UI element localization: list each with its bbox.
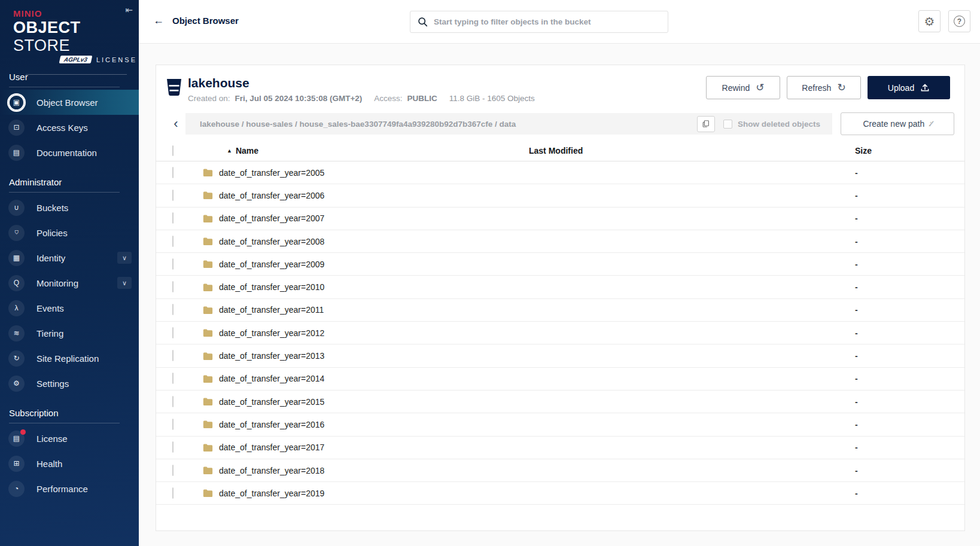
folder-icon (203, 283, 213, 292)
sidebar-item-events[interactable]: λEvents (0, 295, 139, 321)
search-input[interactable] (434, 17, 661, 26)
folder-link[interactable]: date_of_transfer_year=2007 (190, 213, 529, 223)
upload-button[interactable]: Upload (868, 76, 950, 99)
rewind-icon: ↺ (756, 81, 764, 94)
row-checkbox[interactable] (172, 465, 174, 476)
folder-link[interactable]: date_of_transfer_year=2011 (190, 305, 529, 315)
topbar: ← Object Browser ⚙ ? (139, 0, 980, 44)
table-row[interactable]: date_of_transfer_year=2011- (156, 299, 964, 322)
sidebar-item-documentation[interactable]: ▤Documentation (0, 140, 139, 165)
table-row[interactable]: date_of_transfer_year=2017- (156, 437, 964, 459)
folder-link[interactable]: date_of_transfer_year=2016 (190, 420, 529, 429)
table-row[interactable]: date_of_transfer_year=2009- (156, 253, 964, 276)
folder-link[interactable]: date_of_transfer_year=2019 (190, 489, 529, 498)
row-checkbox[interactable] (172, 327, 174, 338)
table-row[interactable]: date_of_transfer_year=2015- (156, 391, 964, 413)
sidebar-section-label: Subscription (0, 396, 139, 423)
table-row[interactable]: date_of_transfer_year=2012- (156, 322, 964, 344)
copy-path-button[interactable] (697, 116, 715, 132)
show-deleted-toggle[interactable]: Show deleted objects (723, 120, 820, 129)
row-checkbox[interactable] (172, 304, 174, 315)
folder-link[interactable]: date_of_transfer_year=2005 (190, 168, 529, 178)
table-row[interactable]: date_of_transfer_year=2008- (156, 230, 964, 253)
select-all-checkbox[interactable] (172, 145, 174, 156)
sort-asc-icon[interactable]: ▲ (227, 148, 232, 154)
row-checkbox[interactable] (172, 190, 174, 201)
sidebar-item-buckets[interactable]: ∪Buckets (0, 195, 139, 220)
sidebar-item-health[interactable]: ⊞Health (0, 451, 139, 476)
sidebar-item-access-keys[interactable]: ⊡Access Keys (0, 115, 139, 140)
column-last-modified[interactable]: Last Modified (529, 146, 855, 155)
folder-link[interactable]: date_of_transfer_year=2013 (190, 351, 529, 361)
folder-link[interactable]: date_of_transfer_year=2006 (190, 191, 529, 200)
monitoring-icon: Q (8, 275, 25, 291)
sidebar-item-performance[interactable]: ◔Performance (0, 476, 139, 501)
sidebar-item-tiering[interactable]: ≋Tiering (0, 321, 139, 346)
table-row[interactable]: date_of_transfer_year=2016- (156, 413, 964, 436)
folder-link[interactable]: date_of_transfer_year=2017 (190, 443, 529, 452)
size-cell: - (855, 282, 964, 292)
breadcrumb[interactable]: lakehouse / house-sales / house_sales-ba… (200, 120, 697, 129)
chevron-down-icon[interactable]: ∨ (117, 252, 132, 264)
row-checkbox[interactable] (172, 373, 174, 384)
sidebar-item-settings[interactable]: ⚙Settings (0, 371, 139, 396)
folder-link[interactable]: date_of_transfer_year=2015 (190, 397, 529, 407)
table-row[interactable]: date_of_transfer_year=2010- (156, 276, 964, 298)
folder-link[interactable]: date_of_transfer_year=2014 (190, 374, 529, 383)
performance-icon: ◔ (8, 481, 25, 497)
show-deleted-checkbox[interactable] (723, 120, 732, 129)
row-checkbox[interactable] (172, 212, 174, 224)
object-name: date_of_transfer_year=2013 (219, 351, 324, 361)
column-size[interactable]: Size (855, 146, 964, 155)
sidebar-item-policies[interactable]: ⌂Policies (0, 220, 139, 245)
settings-icon: ⚙ (8, 376, 25, 392)
sidebar-item-identity[interactable]: ▦Identity∨ (0, 245, 139, 270)
sidebar-section-label: User (0, 60, 139, 87)
object-filter-search[interactable] (410, 11, 668, 33)
sidebar-item-object-browser[interactable]: ▣Object Browser (0, 90, 139, 115)
row-checkbox[interactable] (172, 441, 174, 453)
create-new-path-button[interactable]: Create new path :∕∕ (841, 112, 954, 135)
table-row[interactable]: date_of_transfer_year=2007- (156, 208, 964, 230)
row-checkbox[interactable] (172, 487, 174, 499)
row-checkbox[interactable] (172, 281, 174, 292)
folder-link[interactable]: date_of_transfer_year=2012 (190, 328, 529, 338)
table-row[interactable]: date_of_transfer_year=2019- (156, 482, 964, 505)
table-row[interactable]: date_of_transfer_year=2013- (156, 344, 964, 367)
folder-icon (203, 168, 213, 177)
size-cell: - (855, 191, 964, 200)
access-keys-icon: ⊡ (8, 120, 25, 136)
breadcrumb-back-button[interactable]: ‹ (166, 113, 185, 135)
row-checkbox[interactable] (172, 167, 174, 178)
row-checkbox[interactable] (172, 419, 174, 430)
tiering-icon: ≋ (8, 325, 25, 341)
brand-object-store: OBJECT STORE (13, 19, 139, 54)
sidebar-item-license[interactable]: ▤License (0, 426, 139, 451)
help-button[interactable]: ? (948, 10, 970, 32)
settings-button[interactable]: ⚙ (918, 10, 941, 32)
row-checkbox[interactable] (172, 350, 174, 361)
folder-link[interactable]: date_of_transfer_year=2010 (190, 282, 529, 292)
table-row[interactable]: date_of_transfer_year=2005- (156, 161, 964, 184)
sidebar-item-site-replication[interactable]: ↻Site Replication (0, 346, 139, 371)
rewind-button[interactable]: Rewind ↺ (706, 76, 780, 99)
bucket-header: lakehouse Created on: Fri, Jul 05 2024 1… (156, 65, 964, 111)
row-checkbox[interactable] (172, 236, 174, 247)
folder-link[interactable]: date_of_transfer_year=2018 (190, 466, 529, 475)
row-checkbox[interactable] (172, 396, 174, 407)
folder-link[interactable]: date_of_transfer_year=2009 (190, 260, 529, 269)
divider (9, 192, 120, 193)
chevron-down-icon[interactable]: ∨ (117, 277, 132, 289)
collapse-sidebar-icon[interactable]: ⇤ (125, 5, 133, 16)
column-name[interactable]: ▲ Name (190, 146, 529, 155)
table-row[interactable]: date_of_transfer_year=2018- (156, 459, 964, 482)
back-to-buckets[interactable]: ← Object Browser (153, 14, 239, 27)
row-checkbox[interactable] (172, 258, 174, 270)
table-row[interactable]: date_of_transfer_year=2014- (156, 368, 964, 391)
browse-bar: ‹ lakehouse / house-sales / house_sales-… (156, 112, 964, 135)
sidebar-item-monitoring[interactable]: QMonitoring∨ (0, 270, 139, 295)
folder-link[interactable]: date_of_transfer_year=2008 (190, 237, 529, 246)
table-row[interactable]: date_of_transfer_year=2006- (156, 184, 964, 207)
back-arrow-icon[interactable]: ← (153, 14, 164, 27)
refresh-button[interactable]: Refresh ↻ (787, 76, 861, 99)
